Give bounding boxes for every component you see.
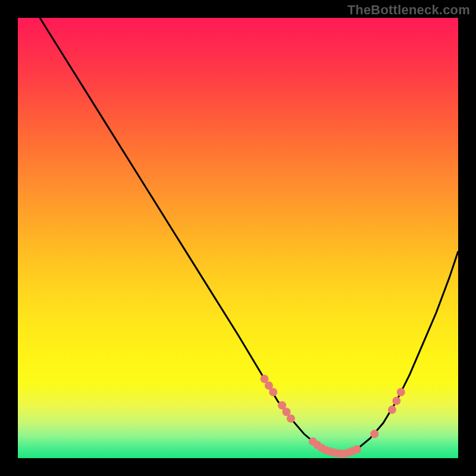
gradient-background bbox=[18, 18, 458, 458]
watermark-text: TheBottleneck.com bbox=[347, 2, 470, 18]
chart-frame: TheBottleneck.com bbox=[0, 0, 476, 476]
plot-area bbox=[18, 18, 458, 458]
